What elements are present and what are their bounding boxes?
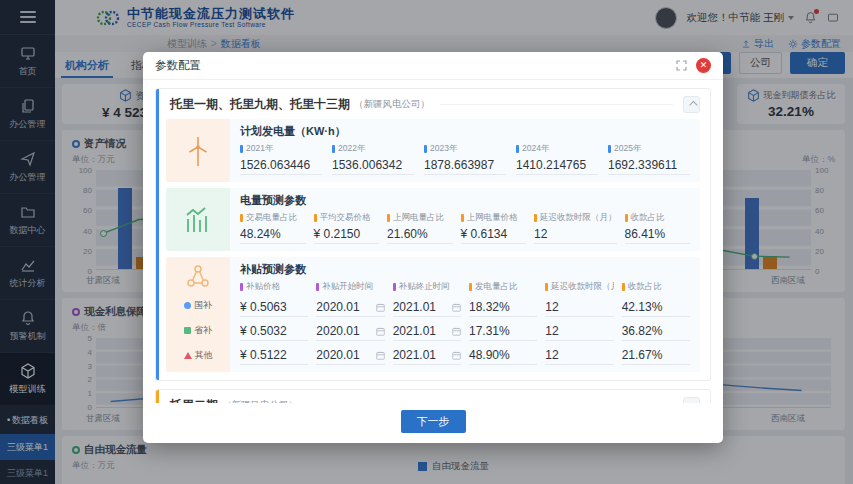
subsidy-end-date-picker[interactable]: 2021.01 — [393, 345, 461, 365]
subsidy-side-column: 国补 省补 其他 — [166, 257, 230, 372]
panel-title: 电量预测参数 — [240, 193, 690, 208]
year-value-input[interactable]: 1536.006342 — [332, 155, 414, 175]
power-value-input[interactable]: ¥ 0.2150 — [314, 224, 380, 244]
delay-months-input[interactable]: 12 — [545, 321, 613, 341]
generation-ratio-input[interactable]: 48.90% — [469, 345, 537, 365]
calendar-icon — [452, 303, 461, 312]
subsidy-start-date-picker[interactable]: 2020.01 — [316, 297, 384, 317]
subsidy-forecast-panel: 国补 省补 其他 补贴预测参数 补贴价格 补贴开始时间 补贴终止时间 — [166, 257, 700, 372]
other-subsidy-icon — [184, 352, 192, 359]
section-company: （新疆风电公司） — [354, 98, 430, 111]
year-field: 2025年1692.339611 — [608, 143, 690, 175]
modal-header: 参数配置 ✕ — [143, 52, 723, 80]
year-value-input[interactable]: 1692.339611 — [608, 155, 690, 175]
subsidy-row-provincial: ¥ 0.5032 2020.01 2021.01 17.31% 12 36.82… — [240, 321, 690, 341]
subsidy-header-row: 补贴价格 补贴开始时间 补贴终止时间 发电量占比 延迟收款时限（月） 收款占比 — [240, 281, 690, 293]
chevron-down-icon — [687, 401, 695, 403]
app-screen: 首页 办公管理 办公管理 数据中心 统计分析 预警机制 模型训练 数据看板 三级… — [0, 0, 853, 484]
planned-generation-panel: 计划发电量（KW·h） 2021年1526.063446 2022年1536.0… — [166, 119, 700, 182]
chevron-up-icon — [689, 100, 697, 108]
project-section-1: 托里一期、托里九期、托里十三期 （新疆风电公司） 计划发电量（KW·h） — [155, 88, 711, 381]
panel-title: 计划发电量（KW·h） — [240, 124, 690, 139]
power-forecast-panel: 电量预测参数 交易电量占比48.24% 平均交易价格¥ 0.2150 上网电量占… — [166, 188, 700, 251]
delay-months-input[interactable]: 12 — [545, 297, 613, 317]
divider — [440, 104, 673, 105]
param-config-modal: 参数配置 ✕ 托里一期、托里九期、托里十三期 （新疆风电公司） — [143, 52, 723, 443]
power-field: 平均交易价格¥ 0.2150 — [314, 212, 380, 244]
calendar-icon — [376, 303, 385, 312]
collection-ratio-input[interactable]: 42.13% — [622, 297, 690, 317]
national-subsidy-icon — [184, 302, 191, 309]
power-field: 延迟收款时限（月）12 — [534, 212, 617, 244]
section-accent — [156, 89, 159, 380]
collapse-button[interactable] — [683, 96, 700, 113]
wind-turbine-icon — [166, 119, 230, 182]
calendar-icon — [376, 351, 385, 360]
expand-button[interactable] — [683, 397, 700, 403]
year-field: 2021年1526.063446 — [240, 143, 322, 175]
collection-ratio-input[interactable]: 36.82% — [622, 321, 690, 341]
modal-footer: 下一步 — [143, 403, 723, 443]
power-field: 交易电量占比48.24% — [240, 212, 306, 244]
subsidy-row-national: ¥ 0.5063 2020.01 2021.01 18.32% 12 42.13… — [240, 297, 690, 317]
power-field: 上网电量占比21.60% — [387, 212, 453, 244]
subsidy-start-date-picker[interactable]: 2020.01 — [316, 321, 384, 341]
subsidy-price-input[interactable]: ¥ 0.5032 — [240, 321, 308, 341]
maximize-button[interactable] — [676, 57, 687, 75]
calendar-icon — [452, 351, 461, 360]
year-value-input[interactable]: 1410.214765 — [516, 155, 598, 175]
bar-chart-icon — [166, 188, 230, 251]
maximize-icon — [676, 60, 687, 71]
subsidy-end-date-picker[interactable]: 2021.01 — [393, 321, 461, 341]
provincial-subsidy-icon — [184, 327, 191, 334]
power-value-input[interactable]: 12 — [534, 224, 617, 244]
calendar-icon — [376, 327, 385, 336]
modal-title: 参数配置 — [155, 58, 201, 73]
subsidy-start-date-picker[interactable]: 2020.01 — [316, 345, 384, 365]
year-value-input[interactable]: 1878.663987 — [424, 155, 506, 175]
close-button[interactable]: ✕ — [696, 58, 711, 73]
network-icon — [185, 263, 211, 289]
power-value-input[interactable]: ¥ 0.6134 — [461, 224, 527, 244]
row-label-other: 其他 — [166, 343, 230, 368]
subsidy-price-input[interactable]: ¥ 0.5063 — [240, 297, 308, 317]
section-title: 托里二期 — [170, 397, 218, 403]
power-value-input[interactable]: 86.41% — [625, 224, 691, 244]
modal-body: 托里一期、托里九期、托里十三期 （新疆风电公司） 计划发电量（KW·h） — [143, 80, 723, 403]
power-value-input[interactable]: 48.24% — [240, 224, 306, 244]
row-label-national: 国补 — [166, 293, 230, 318]
subsidy-end-date-picker[interactable]: 2021.01 — [393, 297, 461, 317]
subsidy-row-other: ¥ 0.5122 2020.01 2021.01 48.90% 12 21.67… — [240, 345, 690, 365]
power-value-input[interactable]: 21.60% — [387, 224, 453, 244]
delay-months-input[interactable]: 12 — [545, 345, 613, 365]
year-value-input[interactable]: 1526.063446 — [240, 155, 322, 175]
panel-title: 补贴预测参数 — [240, 262, 690, 277]
year-field: 2023年1878.663987 — [424, 143, 506, 175]
power-field: 上网电量价格¥ 0.6134 — [461, 212, 527, 244]
section-company: （新疆风电公司） — [222, 399, 298, 403]
subsidy-price-input[interactable]: ¥ 0.5122 — [240, 345, 308, 365]
project-section-2: 托里二期 （新疆风电公司） — [155, 389, 711, 403]
generation-ratio-input[interactable]: 17.31% — [469, 321, 537, 341]
row-label-provincial: 省补 — [166, 318, 230, 343]
section-title: 托里一期、托里九期、托里十三期 — [170, 96, 350, 113]
section-accent — [156, 390, 159, 403]
generation-ratio-input[interactable]: 18.32% — [469, 297, 537, 317]
calendar-icon — [452, 327, 461, 336]
collection-ratio-input[interactable]: 21.67% — [622, 345, 690, 365]
power-field: 收款占比86.41% — [625, 212, 691, 244]
year-field: 2022年1536.006342 — [332, 143, 414, 175]
next-step-button[interactable]: 下一步 — [401, 410, 466, 433]
year-field: 2024年1410.214765 — [516, 143, 598, 175]
